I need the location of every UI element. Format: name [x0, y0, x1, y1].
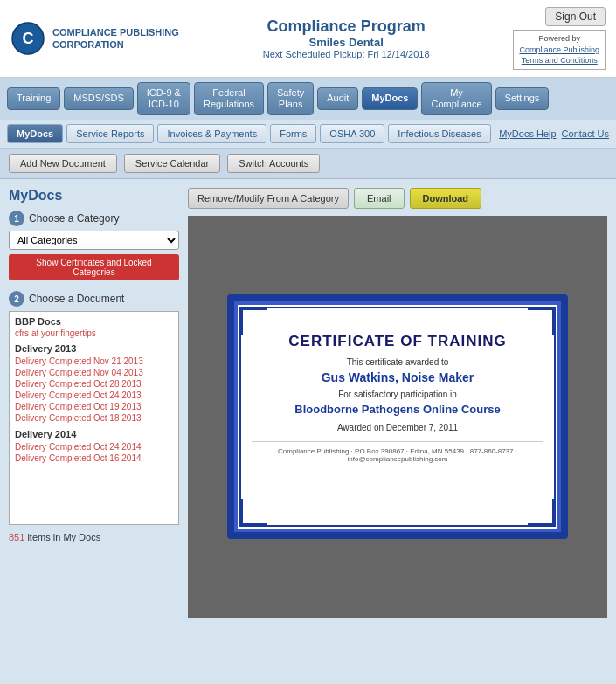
nav-tab-mydocs[interactable]: MyDocs [362, 87, 418, 109]
powered-by-box: Powered by Compliance Publishing Terms a… [513, 30, 606, 70]
sign-out-button[interactable]: Sign Out [545, 7, 606, 26]
terms-link[interactable]: Terms and Conditions [522, 56, 598, 65]
cert-awarded-on: Awarded on December 7, 2011 [252, 423, 543, 432]
doc-actions-row: Remove/Modify From A Category Email Down… [188, 188, 607, 209]
list-item[interactable]: Delivery Completed Nov 04 2013 [15, 367, 173, 378]
header-center: Compliance Program Smiles Dental Next Sc… [263, 17, 430, 59]
panel-title: MyDocs [9, 188, 179, 204]
right-panel: Remove/Modify From A Category Email Down… [188, 188, 607, 618]
pickup-date: Next Scheduled Pickup: Fri 12/14/2018 [263, 49, 430, 59]
nav-tab-msds[interactable]: MSDS/SDS [64, 87, 133, 109]
nav-tab-mycompliance[interactable]: My Compliance [421, 82, 491, 115]
nav-tab-training[interactable]: Training [7, 87, 60, 109]
sub-nav: MyDocs Service Reports Invoices & Paymen… [0, 120, 616, 149]
delivery-2014-title: Delivery 2014 [15, 429, 173, 439]
action-row: Add New Document Service Calendar Switch… [0, 149, 616, 179]
step1-number: 1 [9, 211, 24, 226]
list-item[interactable]: Delivery Completed Nov 21 2013 [15, 356, 173, 367]
cert-corner-tr [528, 308, 554, 335]
content-area: MyDocs 1 Choose a Category All Categorie… [0, 179, 616, 626]
app-title: Compliance Program [263, 17, 430, 36]
header-right: Sign Out Powered by Compliance Publishin… [513, 7, 606, 70]
svg-text:C: C [23, 30, 34, 47]
items-count-label: items in My Docs [27, 532, 100, 542]
items-count: 851 items in My Docs [9, 532, 179, 542]
nav-tab-audit[interactable]: Audit [317, 87, 358, 109]
nav-tab-settings[interactable]: Settings [495, 87, 550, 109]
list-item[interactable]: Delivery Completed Oct 16 2014 [15, 453, 173, 464]
left-panel: MyDocs 1 Choose a Category All Categorie… [9, 188, 179, 618]
switch-accounts-button[interactable]: Switch Accounts [227, 154, 320, 173]
cert-footer: Compliance Publishing · PO Box 390867 · … [252, 441, 543, 463]
sub-tab-mydocs[interactable]: MyDocs [7, 124, 63, 143]
step1-text: Choose a Category [29, 212, 119, 225]
list-item[interactable]: Delivery Completed Oct 28 2013 [15, 378, 173, 390]
cert-corner-tl [241, 308, 267, 335]
contact-us-link[interactable]: Contact Us [562, 128, 609, 139]
document-list[interactable]: BBP Docs cfrs at your fingertips Deliver… [9, 311, 179, 525]
sub-tab-forms[interactable]: Forms [270, 124, 316, 143]
cert-title: CERTIFICATE OF TRAINING [252, 333, 543, 350]
cert-corner-br [528, 499, 554, 525]
category-select[interactable]: All Categories [9, 231, 179, 250]
list-item[interactable]: Delivery Completed Oct 24 2014 [15, 441, 173, 453]
service-calendar-button[interactable]: Service Calendar [124, 154, 220, 173]
step2-number: 2 [9, 291, 24, 307]
sub-tab-infectious[interactable]: Infectious Diseases [388, 124, 490, 143]
step2-text: Choose a Document [29, 293, 124, 305]
cert-awarded-to-label: This certificate awarded to [252, 357, 543, 367]
email-button[interactable]: Email [354, 188, 405, 209]
sub-tab-service[interactable]: Service Reports [66, 124, 154, 143]
nav-tab-safety[interactable]: Safety Plans [267, 82, 314, 115]
delivery-2013-title: Delivery 2013 [15, 343, 173, 354]
step2-label: 2 Choose a Document [9, 291, 179, 307]
logo-text: COMPLIANCE PUBLISHING CORPORATION [52, 26, 179, 52]
sub-tab-invoices[interactable]: Invoices & Payments [157, 124, 266, 143]
cert-recipient-name: Gus Watkins, Noise Maker [252, 370, 543, 384]
show-certificates-button[interactable]: Show Certificates and Locked Categories [9, 254, 179, 280]
nav-tab-federal[interactable]: Federal Regulations [194, 82, 264, 115]
sub-nav-right: MyDocs Help Contact Us [499, 128, 609, 139]
items-count-number: 851 [9, 532, 24, 542]
sub-tab-osha[interactable]: OSHA 300 [320, 124, 384, 143]
powered-by-link[interactable]: Compliance Publishing [519, 45, 599, 54]
header: C COMPLIANCE PUBLISHING CORPORATION Comp… [0, 0, 616, 78]
logo-area: C COMPLIANCE PUBLISHING CORPORATION [10, 21, 179, 56]
add-new-document-button[interactable]: Add New Document [9, 154, 117, 173]
download-button[interactable]: Download [410, 188, 482, 209]
mydocs-help-link[interactable]: MyDocs Help [499, 128, 556, 139]
logo-icon: C [10, 21, 45, 56]
remove-modify-button[interactable]: Remove/Modify From A Category [188, 188, 349, 209]
certificate-display: CERTIFICATE OF TRAINING This certificate… [188, 216, 607, 618]
list-item[interactable]: Delivery Completed Oct 19 2013 [15, 401, 173, 412]
cert-for-label: For satisfactory participation in [252, 390, 543, 399]
bbp-docs-subtitle: cfrs at your fingertips [15, 328, 173, 338]
org-name: Smiles Dental [263, 36, 430, 49]
bbp-docs-title: BBP Docs [15, 316, 173, 327]
nav-tab-icd[interactable]: ICD-9 & ICD-10 [137, 82, 190, 115]
cert-corner-bl [241, 499, 267, 525]
cert-course-name: Bloodborne Pathogens Online Course [252, 403, 543, 416]
list-item[interactable]: Delivery Completed Oct 18 2013 [15, 412, 173, 424]
certificate: CERTIFICATE OF TRAINING This certificate… [227, 294, 568, 539]
step1-label: 1 Choose a Category [9, 211, 179, 226]
main-nav: Training MSDS/SDS ICD-9 & ICD-10 Federal… [0, 78, 616, 120]
powered-by-text: Powered by [538, 34, 580, 43]
list-item[interactable]: Delivery Completed Oct 24 2013 [15, 390, 173, 401]
